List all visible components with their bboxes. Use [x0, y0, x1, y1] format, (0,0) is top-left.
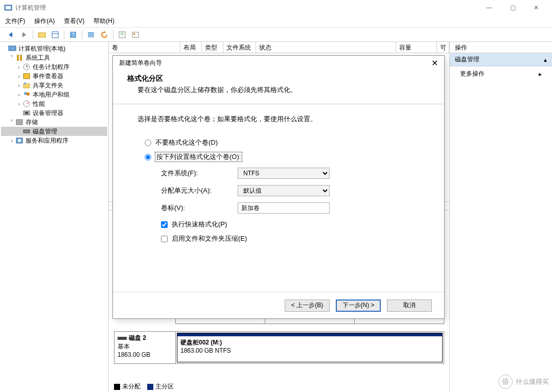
radio-noformat[interactable]: 不要格式化这个卷(D): [145, 138, 430, 147]
svg-rect-17: [133, 33, 135, 35]
tree-tasksched[interactable]: › 任务计划程序: [1, 62, 107, 72]
tree-systools[interactable]: ˅ 系统工具: [1, 53, 107, 62]
disk-icon: [22, 127, 31, 135]
props-icon[interactable]: [117, 30, 128, 40]
window-title: 计算机管理: [15, 4, 477, 12]
tree-root[interactable]: 计算机管理(本地): [1, 44, 107, 53]
menu-file[interactable]: 文件(F): [5, 17, 25, 26]
radio-format[interactable]: 按下列设置格式化这个卷(O):: [145, 152, 430, 162]
svg-rect-33: [16, 120, 22, 122]
tree-storage[interactable]: ˅ 存储: [1, 118, 107, 127]
disk-row-2[interactable]: 磁盘 2 基本 1863.00 GB 硬盘柜002 (M:) 1863.00 G…: [114, 331, 444, 364]
svg-rect-20: [20, 55, 22, 61]
tree-label: 任务计划程序: [33, 63, 70, 72]
dialog-desc: 选择是否要格式化这个卷；如果要格式化，要使用什么设置。: [137, 114, 430, 124]
close-button[interactable]: ✕: [524, 0, 548, 15]
collapse-icon: ▴: [544, 56, 547, 63]
tree-label: 系统工具: [26, 54, 50, 62]
menu-help[interactable]: 帮助(H): [94, 17, 114, 26]
svg-text:?: ?: [72, 32, 75, 38]
tree-label: 服务和应用程序: [26, 136, 68, 145]
toolbar: ?: [0, 28, 552, 42]
wizard-dialog: 新建简单卷向导 ✕ 格式化分区 要在这个磁盘分区上储存数据，你必须先将其格式化。…: [112, 55, 445, 319]
chevron-right-icon: ▸: [539, 71, 542, 78]
svg-rect-10: [88, 34, 94, 36]
clock-icon: [22, 63, 31, 71]
tree-label: 设备管理器: [33, 109, 63, 118]
svg-rect-24: [24, 74, 30, 79]
disk2-partition[interactable]: 硬盘柜002 (M:) 1863.00 GB NTFS: [177, 333, 443, 362]
legend: 未分配 主分区: [109, 381, 179, 392]
svg-rect-34: [16, 123, 22, 125]
tree-sharedfolders[interactable]: › 共享文件夹: [1, 81, 107, 90]
svg-rect-11: [88, 36, 94, 37]
help-icon[interactable]: ?: [67, 30, 79, 40]
dialog-subheading: 要在这个磁盘分区上储存数据，你必须先将其格式化。: [137, 85, 430, 95]
check-compress-input[interactable]: [161, 236, 168, 242]
folder-icon[interactable]: [36, 30, 48, 40]
next-button[interactable]: 下一步(N) >: [336, 299, 381, 312]
minimize-button[interactable]: —: [477, 0, 501, 15]
share-icon: [22, 81, 31, 89]
tree-eventviewer[interactable]: › 事件查看器: [1, 72, 107, 81]
grid-header: 卷 布局 类型 文件系统 状态 容量 可: [109, 42, 449, 53]
col-volume[interactable]: 卷: [109, 42, 180, 53]
tree-perf[interactable]: › 性能: [1, 99, 107, 108]
actions-more[interactable]: 更多操作 ▸: [450, 66, 552, 81]
col-layout[interactable]: 布局: [180, 42, 202, 53]
select-allocunit[interactable]: 默认值: [238, 185, 330, 196]
tree-localusers[interactable]: › 本地用户和组: [1, 90, 107, 99]
input-volume-label[interactable]: [238, 202, 330, 214]
col-capacity[interactable]: 容量: [396, 42, 437, 53]
check-quickformat[interactable]: 执行快速格式化(P): [161, 220, 430, 229]
dialog-heading: 格式化分区: [127, 74, 430, 83]
col-free[interactable]: 可: [437, 42, 449, 53]
watermark-text: 什么值得买: [516, 377, 549, 386]
menu-view[interactable]: 查看(V): [64, 17, 84, 26]
svg-rect-25: [24, 84, 30, 88]
svg-point-36: [28, 131, 29, 132]
svg-point-26: [24, 82, 26, 84]
radio-format-input[interactable]: [145, 154, 151, 160]
svg-rect-16: [132, 32, 139, 37]
menu-action[interactable]: 操作(A): [34, 17, 55, 26]
maximize-button[interactable]: ▢: [501, 0, 524, 15]
disk2-label: 磁盘 2 基本 1863.00 GB: [114, 332, 176, 363]
tree-devmgr[interactable]: 设备管理器: [1, 108, 107, 118]
legend-primary: 主分区: [155, 383, 174, 390]
label-volume: 卷标(V):: [161, 203, 238, 213]
col-status[interactable]: 状态: [256, 42, 396, 53]
svg-rect-9: [88, 32, 94, 34]
tree-diskmgmt[interactable]: 磁盘管理: [1, 127, 107, 136]
refresh-icon[interactable]: [99, 30, 110, 40]
col-type[interactable]: 类型: [202, 42, 223, 53]
tree-label: 存储: [26, 118, 38, 127]
back-button[interactable]: < 上一步(B): [285, 299, 330, 312]
computer-icon: [8, 44, 16, 53]
services-icon: [15, 136, 24, 145]
col-fs[interactable]: 文件系统: [223, 42, 256, 53]
settings-icon[interactable]: [130, 30, 141, 40]
actions-header: 操作: [450, 42, 552, 53]
tree-services[interactable]: › 服务和应用程序: [1, 136, 107, 145]
view-icon[interactable]: [50, 30, 61, 40]
back-icon[interactable]: [5, 30, 16, 40]
watermark-badge-icon: 值: [498, 375, 513, 389]
svg-rect-5: [52, 32, 58, 38]
actions-section[interactable]: 磁盘管理 ▴: [450, 53, 552, 66]
select-filesystem[interactable]: NTFS: [238, 168, 330, 179]
forward-icon[interactable]: [18, 30, 30, 40]
svg-point-38: [18, 139, 21, 142]
perf-icon: [22, 100, 31, 108]
check-quickformat-input[interactable]: [161, 221, 168, 228]
cancel-button[interactable]: 取消: [387, 299, 432, 312]
svg-rect-4: [38, 33, 45, 37]
radio-noformat-input[interactable]: [145, 140, 151, 146]
actions-pane: 操作 磁盘管理 ▴ 更多操作 ▸: [450, 42, 552, 392]
tree-label: 事件查看器: [33, 72, 63, 81]
list-icon[interactable]: [85, 30, 97, 40]
check-compress[interactable]: 启用文件和文件夹压缩(E): [161, 234, 430, 243]
svg-marker-2: [9, 32, 12, 37]
dialog-close-icon[interactable]: ✕: [431, 58, 438, 68]
device-icon: [22, 109, 31, 117]
